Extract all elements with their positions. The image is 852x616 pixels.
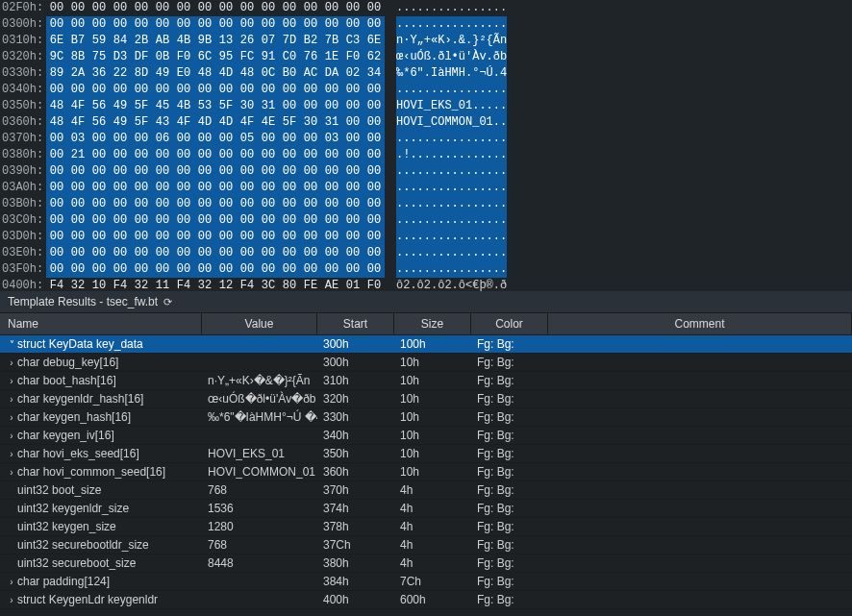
hex-byte[interactable]: 00 xyxy=(46,261,67,278)
hex-ascii[interactable]: HOVI_COMMON_01.. xyxy=(396,114,507,131)
hex-byte[interactable]: 76 xyxy=(300,49,321,65)
hex-byte[interactable]: 00 xyxy=(46,147,67,163)
tree-toggle-icon[interactable]: › xyxy=(6,372,17,389)
hex-byte[interactable]: 00 xyxy=(279,98,300,114)
hex-byte[interactable]: 00 xyxy=(237,196,258,212)
hex-byte[interactable]: F0 xyxy=(173,49,194,65)
hex-byte[interactable]: 7B xyxy=(321,33,342,49)
hex-byte[interactable]: 95 xyxy=(215,49,237,65)
hex-byte[interactable]: 00 xyxy=(173,163,194,180)
hex-byte[interactable]: 4D xyxy=(215,65,237,82)
hex-byte[interactable]: 00 xyxy=(363,163,385,180)
hex-ascii[interactable]: œ‹uÓß.ðl•ü'Àv.ðb xyxy=(396,49,507,65)
hex-byte[interactable]: 89 xyxy=(46,65,67,82)
hex-byte[interactable]: 4B xyxy=(173,98,194,114)
hex-byte[interactable]: 4F xyxy=(237,114,258,131)
hex-byte[interactable]: 48 xyxy=(46,98,67,114)
hex-byte[interactable]: 00 xyxy=(67,82,88,98)
hex-ascii[interactable]: ................ xyxy=(396,163,507,180)
hex-byte[interactable]: 00 xyxy=(279,245,300,261)
hex-byte[interactable]: 00 xyxy=(131,180,152,196)
hex-byte[interactable]: AB xyxy=(152,33,173,49)
hex-byte[interactable]: 0C xyxy=(258,65,279,82)
hex-byte[interactable]: 00 xyxy=(110,196,131,212)
hex-byte[interactable]: 00 xyxy=(194,261,215,278)
hex-byte[interactable]: 00 xyxy=(88,16,110,33)
hex-byte[interactable]: 00 xyxy=(321,196,342,212)
hex-byte[interactable]: 00 xyxy=(173,229,194,245)
hex-row[interactable]: 0350h:484F56495F454B535F30310000000000HO… xyxy=(0,98,852,114)
hex-byte[interactable]: 5F xyxy=(279,114,300,131)
hex-byte[interactable]: 00 xyxy=(342,229,363,245)
hex-byte[interactable]: 00 xyxy=(342,16,363,33)
hex-byte[interactable]: 00 xyxy=(258,0,279,16)
hex-byte[interactable]: F4 xyxy=(237,278,258,291)
table-row[interactable]: ›char keygen_hash[16]‰*6"�IàHMH°¬Ú �4330… xyxy=(0,408,852,427)
hex-byte[interactable]: AE xyxy=(321,278,342,291)
table-row[interactable]: ›char hovi_eks_seed[16]HOVI_EKS_01350h10… xyxy=(0,445,852,463)
hex-byte[interactable]: 48 xyxy=(237,65,258,82)
hex-byte[interactable]: 00 xyxy=(300,16,321,33)
hex-byte[interactable]: 45 xyxy=(152,98,173,114)
header-comment[interactable]: Comment xyxy=(548,313,852,334)
hex-row[interactable]: 03B0h:00000000000000000000000000000000..… xyxy=(0,196,852,212)
hex-byte[interactable]: 00 xyxy=(152,16,173,33)
hex-byte[interactable]: 00 xyxy=(342,82,363,98)
hex-ascii[interactable]: ................ xyxy=(396,16,507,33)
hex-byte[interactable]: 6E xyxy=(46,33,67,49)
hex-byte[interactable]: 00 xyxy=(46,163,67,180)
tree-toggle-icon[interactable]: › xyxy=(6,463,17,480)
hex-ascii[interactable]: ................ xyxy=(396,0,507,16)
hex-byte[interactable]: 9B xyxy=(194,33,215,49)
hex-byte[interactable]: 00 xyxy=(67,180,88,196)
row-color[interactable]: Fg: Bg: xyxy=(471,463,548,480)
table-row[interactable]: uint32 boot_size768370h4hFg: Bg: xyxy=(0,481,852,500)
header-name[interactable]: Name xyxy=(0,313,202,334)
hex-byte[interactable]: 00 xyxy=(300,131,321,147)
hex-byte[interactable]: 00 xyxy=(258,196,279,212)
hex-byte[interactable]: 00 xyxy=(46,82,67,98)
hex-byte[interactable]: 00 xyxy=(110,229,131,245)
hex-byte[interactable]: 56 xyxy=(88,98,110,114)
hex-byte[interactable]: 07 xyxy=(258,33,279,49)
hex-byte[interactable]: 00 xyxy=(67,229,88,245)
hex-byte[interactable]: 00 xyxy=(194,163,215,180)
hex-byte[interactable]: 00 xyxy=(131,212,152,229)
hex-byte[interactable]: 00 xyxy=(173,16,194,33)
hex-byte[interactable]: 00 xyxy=(300,0,321,16)
hex-byte[interactable]: 00 xyxy=(321,16,342,33)
hex-byte[interactable]: 00 xyxy=(342,163,363,180)
hex-byte[interactable]: 00 xyxy=(215,212,237,229)
hex-byte[interactable]: 48 xyxy=(46,114,67,131)
hex-byte[interactable]: 00 xyxy=(258,147,279,163)
hex-byte[interactable]: 00 xyxy=(258,229,279,245)
hex-byte[interactable]: 4D xyxy=(215,114,237,131)
hex-byte[interactable]: 00 xyxy=(110,212,131,229)
hex-byte[interactable]: 00 xyxy=(279,147,300,163)
hex-byte[interactable]: 00 xyxy=(110,180,131,196)
hex-byte[interactable]: 00 xyxy=(215,196,237,212)
hex-byte[interactable]: 00 xyxy=(321,212,342,229)
hex-byte[interactable]: 00 xyxy=(110,245,131,261)
hex-byte[interactable]: 00 xyxy=(173,180,194,196)
hex-byte[interactable]: 00 xyxy=(131,163,152,180)
hex-ascii[interactable]: HOVI_EKS_01..... xyxy=(396,98,507,114)
hex-byte[interactable]: 00 xyxy=(258,261,279,278)
hex-byte[interactable]: F0 xyxy=(363,278,385,291)
hex-byte[interactable]: 00 xyxy=(173,261,194,278)
hex-byte[interactable]: 00 xyxy=(67,261,88,278)
hex-byte[interactable]: 00 xyxy=(131,261,152,278)
hex-row[interactable]: 0400h:F43210F43211F43212F43C80FEAE01F0ô2… xyxy=(0,278,852,291)
hex-byte[interactable]: 00 xyxy=(300,212,321,229)
hex-byte[interactable]: 00 xyxy=(215,131,237,147)
hex-byte[interactable]: 32 xyxy=(67,278,88,291)
hex-byte[interactable]: C3 xyxy=(342,33,363,49)
hex-byte[interactable]: 00 xyxy=(363,147,385,163)
hex-byte[interactable]: 00 xyxy=(342,261,363,278)
hex-byte[interactable]: 00 xyxy=(300,147,321,163)
hex-byte[interactable]: 00 xyxy=(321,147,342,163)
hex-row[interactable]: 0330h:892A36228D49E0484D480CB0ACDA0234‰*… xyxy=(0,65,852,82)
hex-byte[interactable]: 00 xyxy=(88,261,110,278)
hex-byte[interactable]: B0 xyxy=(279,65,300,82)
hex-byte[interactable]: 00 xyxy=(363,229,385,245)
